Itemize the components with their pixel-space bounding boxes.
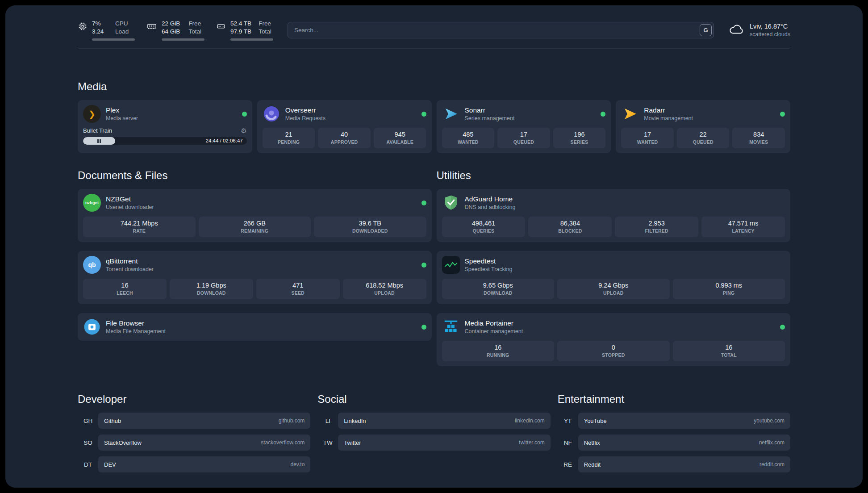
- service-card-portainer[interactable]: Media Portainer Container management 16 …: [437, 313, 791, 366]
- bookmark-twitter[interactable]: TW Twitter twitter.com: [317, 435, 550, 451]
- stat-tile: 266 GB REMAINING: [199, 217, 311, 237]
- bookmark-abbr: YT: [558, 418, 578, 424]
- bookmark-abbr: TW: [317, 439, 338, 446]
- stat-tile: 1.19 Gbps DOWNLOAD: [170, 279, 253, 299]
- gear-icon[interactable]: ⚙: [241, 127, 246, 134]
- disk-progress: [230, 38, 273, 41]
- stat-tile: 9.65 Gbps DOWNLOAD: [442, 279, 555, 299]
- weather-condition: scattered clouds: [750, 31, 790, 38]
- search-bar: G: [288, 22, 714, 38]
- now-playing-title: Bullet Train: [83, 127, 112, 134]
- bookmark-dev[interactable]: DT DEV dev.to: [78, 456, 310, 472]
- bookmark-name: Github: [104, 418, 121, 424]
- stat-tile: 16 TOTAL: [673, 341, 785, 361]
- bookmark-abbr: NF: [558, 439, 578, 446]
- service-card-adguard[interactable]: AdGuard Home DNS and adblocking 498,461 …: [437, 189, 791, 242]
- bookmark-url: reddit.com: [760, 461, 785, 468]
- stat-tile: 2,953 FILTERED: [615, 217, 698, 237]
- service-name: NZBGet: [106, 195, 154, 203]
- section-documents: Documents & Files nzbget NZBGet Usenet d…: [78, 169, 432, 366]
- memory-progress: [162, 38, 204, 41]
- section-title-social: Social: [317, 393, 550, 405]
- search-input[interactable]: [288, 22, 714, 38]
- service-name: Speedtest: [465, 257, 513, 265]
- service-card-plex[interactable]: ❯ Plex Media server Bullet Train ⚙ 24:44…: [78, 100, 252, 153]
- bookmarks-entertainment: Entertainment YT YouTube youtube.com NF …: [558, 393, 790, 472]
- service-card-speedtest[interactable]: Speedtest Speedtest Tracking 9.65 Gbps D…: [437, 251, 791, 304]
- stat-tile: 834 MOVIES: [732, 128, 785, 148]
- disk-total: 97.9 TB: [230, 28, 253, 35]
- stat-tile: 945 AVAILABLE: [374, 128, 426, 148]
- cloud-icon: [728, 24, 744, 37]
- stat-tile: 0.993 ms PING: [673, 279, 785, 299]
- service-card-radarr[interactable]: Radarr Movie management 17 WANTED 22 QUE…: [616, 100, 790, 153]
- bookmarks-social: Social LI LinkedIn linkedin.com TW Twitt…: [317, 393, 550, 472]
- status-dot: [242, 112, 247, 117]
- overseerr-icon: [263, 105, 280, 123]
- bookmark-netflix[interactable]: NF Netflix netflix.com: [558, 435, 790, 451]
- bookmark-stackoverflow[interactable]: SO StackOverflow stackoverflow.com: [78, 435, 310, 451]
- bookmark-url: netflix.com: [759, 439, 785, 446]
- plex-now-playing: Bullet Train ⚙ 24:44 / 02:06:47: [83, 127, 247, 145]
- section-title-media: Media: [78, 80, 790, 93]
- memory-icon: [146, 21, 157, 33]
- service-description: Media Requests: [285, 115, 326, 121]
- bookmark-name: Twitter: [344, 439, 361, 446]
- stat-tile: 16 LEECH: [83, 279, 167, 299]
- service-description: Media File Management: [106, 328, 166, 334]
- status-dot: [601, 112, 605, 117]
- bookmark-linkedin[interactable]: LI LinkedIn linkedin.com: [317, 413, 550, 429]
- filebrowser-icon: [83, 318, 101, 336]
- bookmark-url: linkedin.com: [515, 418, 545, 424]
- memory-free-label: Free: [188, 20, 204, 27]
- stat-tile: 86,384 BLOCKED: [528, 217, 612, 237]
- service-card-overseerr[interactable]: Overseerr Media Requests 21 PENDING 40 A…: [257, 100, 432, 153]
- bookmarks-developer: Developer GH Github github.com SO StackO…: [78, 393, 310, 472]
- topbar-divider: [78, 49, 790, 49]
- cpu-load-label: Load: [115, 28, 135, 35]
- disk-free-label: Free: [259, 20, 273, 27]
- bookmark-name: LinkedIn: [344, 418, 366, 424]
- bookmark-abbr: RE: [558, 461, 578, 468]
- search-engine-button[interactable]: G: [700, 24, 712, 36]
- cpu-load: 3.24: [92, 28, 110, 35]
- bookmark-url: github.com: [279, 418, 305, 424]
- stat-tile: 9.24 Gbps UPLOAD: [557, 279, 670, 299]
- playback-time: 24:44 / 02:06:47: [206, 137, 243, 145]
- bookmark-name: Netflix: [584, 439, 600, 446]
- pause-icon[interactable]: [97, 139, 101, 143]
- service-description: DNS and adblocking: [465, 204, 516, 210]
- stat-tile: 196 SERIES: [553, 128, 606, 148]
- bookmark-reddit[interactable]: RE Reddit reddit.com: [558, 456, 790, 472]
- service-name: File Browser: [106, 319, 166, 327]
- bookmark-name: YouTube: [584, 418, 607, 424]
- bookmark-youtube[interactable]: YT YouTube youtube.com: [558, 413, 790, 429]
- playback-progress-fill: [83, 137, 115, 145]
- nzbget-icon: nzbget: [83, 194, 101, 212]
- top-bar: 7% CPU 3.24 Load 22 GiB Free 64 GiB Tota…: [78, 5, 790, 41]
- service-card-nzbget[interactable]: nzbget NZBGet Usenet downloader 744.21 M…: [78, 189, 432, 242]
- section-media: Media ❯ Plex Media server Bullet Train ⚙: [78, 80, 790, 153]
- bookmark-name: DEV: [104, 461, 116, 468]
- bookmark-url: stackoverflow.com: [261, 439, 305, 446]
- bookmark-url: youtube.com: [754, 418, 785, 424]
- service-description: Movie management: [644, 115, 693, 121]
- section-title-utilities: Utilities: [437, 169, 791, 182]
- stat-tile: 22 QUEUED: [677, 128, 730, 148]
- stat-tile: 0 STOPPED: [557, 341, 670, 361]
- service-card-qbittorrent[interactable]: qb qBittorrent Torrent downloader 16 LEE…: [78, 251, 432, 304]
- section-title-documents: Documents & Files: [78, 169, 432, 182]
- memory-total: 64 GiB: [162, 28, 183, 35]
- bookmark-github[interactable]: GH Github github.com: [78, 413, 310, 429]
- stat-tile: 47.571 ms LATENCY: [701, 217, 785, 237]
- adguard-icon: [442, 194, 460, 212]
- status-dot: [421, 263, 426, 267]
- bookmark-abbr: SO: [78, 439, 98, 446]
- stat-tile: 39.6 TB DOWNLOADED: [314, 217, 426, 237]
- bookmark-abbr: DT: [78, 461, 98, 468]
- disk-total-label: Total: [259, 28, 273, 35]
- service-card-filebrowser[interactable]: File Browser Media File Management: [78, 313, 432, 341]
- playback-progress-bar[interactable]: 24:44 / 02:06:47: [83, 137, 247, 145]
- memory-total-label: Total: [188, 28, 204, 35]
- service-card-sonarr[interactable]: Sonarr Series management 485 WANTED 17 Q…: [437, 100, 611, 153]
